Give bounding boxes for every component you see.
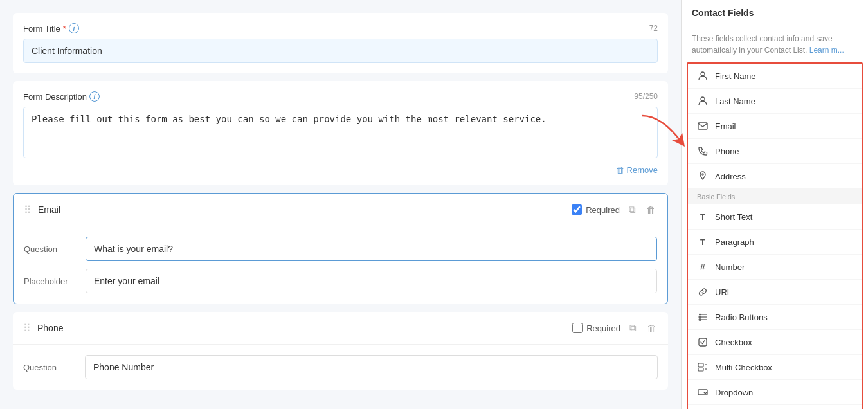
multi-checkbox-label: Multi Checkbox <box>715 363 772 372</box>
sidebar-item-paragraph[interactable]: T Paragraph <box>688 230 862 255</box>
sidebar-item-url[interactable]: URL <box>688 280 862 305</box>
phone-field-card: ⠿ Phone Required ⧉ 🗑 Question <box>13 312 668 390</box>
sidebar-title: Contact Fields <box>682 0 868 26</box>
form-description-label: Form Description i <box>23 91 100 102</box>
url-icon <box>697 286 709 298</box>
sidebar-item-checkbox[interactable]: Checkbox <box>688 330 862 355</box>
required-star: * <box>63 24 66 33</box>
svg-rect-15 <box>698 390 707 395</box>
first-name-label: First Name <box>715 71 756 81</box>
email-required-checkbox[interactable] <box>572 204 582 215</box>
sidebar-item-address[interactable]: Address <box>688 164 862 189</box>
svg-rect-11 <box>698 363 703 367</box>
dropdown-label: Dropdown <box>715 388 753 397</box>
checkbox-icon <box>697 336 709 348</box>
phone-required-checkbox[interactable] <box>572 323 583 333</box>
email-delete-button[interactable]: 🗑 <box>645 203 657 217</box>
sidebar-fields-box: First Name Last Name Ema <box>687 62 863 409</box>
dropdown-icon <box>697 386 709 398</box>
sidebar: Contact Fields These fields collect cont… <box>681 0 868 409</box>
address-icon <box>697 170 709 182</box>
envelope-icon <box>697 120 709 132</box>
sidebar-item-multi-checkbox[interactable]: Multi Checkbox <box>688 355 862 380</box>
phone-required-group: Required <box>572 323 620 333</box>
sidebar-item-date[interactable]: Date <box>688 405 862 409</box>
email-placeholder-row: Placeholder <box>24 269 657 293</box>
form-title-section: Form Title * i 72 <box>13 13 668 73</box>
person-icon-2 <box>697 95 709 107</box>
person-icon <box>697 70 709 82</box>
sidebar-item-first-name[interactable]: First Name <box>688 64 862 89</box>
svg-rect-12 <box>698 368 703 371</box>
svg-point-5 <box>699 314 701 316</box>
sidebar-description: These fields collect contact info and sa… <box>682 26 868 62</box>
sidebar-item-number[interactable]: # Number <box>688 255 862 280</box>
form-title-label-row: Form Title * i 72 <box>23 23 658 33</box>
sidebar-item-email[interactable]: Email <box>688 114 862 139</box>
svg-point-0 <box>701 72 705 76</box>
phone-delete-button[interactable]: 🗑 <box>646 322 658 335</box>
form-title-label: Form Title * i <box>23 23 79 33</box>
sidebar-item-last-name[interactable]: Last Name <box>688 89 862 114</box>
radio-icon <box>697 311 709 323</box>
drag-handle-email[interactable]: ⠿ <box>24 204 32 216</box>
email-copy-button[interactable]: ⧉ <box>628 203 637 217</box>
email-question-input[interactable] <box>86 237 657 261</box>
email-field-actions: Required ⧉ 🗑 <box>572 203 657 217</box>
form-title-input[interactable] <box>23 39 658 63</box>
sidebar-wrapper: Contact Fields These fields collect cont… <box>681 0 868 409</box>
form-description-textarea[interactable]: Please fill out this form as best you ca… <box>23 107 658 158</box>
phone-question-label: Question <box>23 363 75 372</box>
number-icon: # <box>697 261 709 273</box>
email-field-name: Email <box>38 204 572 215</box>
number-label: Number <box>715 262 745 272</box>
phone-field-name: Phone <box>37 323 572 333</box>
phone-field-header: ⠿ Phone Required ⧉ 🗑 <box>13 312 668 345</box>
main-form-area: Form Title * i 72 Form Description i 95/… <box>0 0 681 409</box>
svg-point-3 <box>702 174 703 175</box>
form-description-section: Form Description i 95/250 Please fill ou… <box>13 81 668 185</box>
email-placeholder-input[interactable] <box>86 269 657 293</box>
sidebar-item-phone[interactable]: Phone <box>688 139 862 164</box>
sidebar-item-short-text[interactable]: T Short Text <box>688 204 862 230</box>
phone-required-label: Required <box>586 323 620 333</box>
last-name-label: Last Name <box>715 96 755 106</box>
form-title-char-count: 72 <box>649 24 658 33</box>
remove-row: 🗑 Remove <box>23 165 658 175</box>
phone-field-actions: Required ⧉ 🗑 <box>572 321 658 335</box>
email-placeholder-label: Placeholder <box>24 277 75 286</box>
multi-checkbox-icon <box>697 361 709 373</box>
form-description-info-icon[interactable]: i <box>89 91 100 102</box>
svg-rect-10 <box>699 338 707 346</box>
email-required-group: Required <box>572 204 620 215</box>
short-text-icon: T <box>697 211 709 223</box>
remove-description-button[interactable]: 🗑 Remove <box>616 165 658 175</box>
radio-buttons-label: Radio Buttons <box>715 313 768 322</box>
address-label: Address <box>715 172 746 181</box>
drag-handle-phone[interactable]: ⠿ <box>23 322 31 334</box>
phone-label: Phone <box>715 147 739 156</box>
phone-copy-button[interactable]: ⧉ <box>628 321 638 335</box>
short-text-label: Short Text <box>715 212 752 222</box>
form-title-info-icon[interactable]: i <box>69 23 79 33</box>
phone-icon <box>697 145 709 157</box>
email-field-body: Question Placeholder <box>14 226 667 304</box>
learn-more-link[interactable]: Learn m... <box>809 46 844 55</box>
form-description-label-row: Form Description i 95/250 <box>23 91 658 102</box>
phone-question-input[interactable] <box>85 355 658 379</box>
sidebar-item-radio-buttons[interactable]: Radio Buttons <box>688 305 862 330</box>
form-description-char-count: 95/250 <box>634 92 658 101</box>
email-label: Email <box>715 122 736 131</box>
url-label: URL <box>715 287 732 297</box>
basic-fields-divider: Basic Fields <box>688 189 862 204</box>
svg-rect-2 <box>698 123 707 129</box>
email-field-card: ⠿ Email Required ⧉ 🗑 Question Placeholde… <box>13 193 668 304</box>
sidebar-item-dropdown[interactable]: Dropdown <box>688 380 862 405</box>
email-question-label: Question <box>24 244 75 254</box>
paragraph-label: Paragraph <box>715 237 754 247</box>
email-required-label: Required <box>586 205 620 215</box>
email-question-row: Question <box>24 237 657 261</box>
paragraph-icon: T <box>697 236 709 248</box>
svg-point-1 <box>701 97 705 101</box>
phone-field-body: Question <box>13 345 668 390</box>
